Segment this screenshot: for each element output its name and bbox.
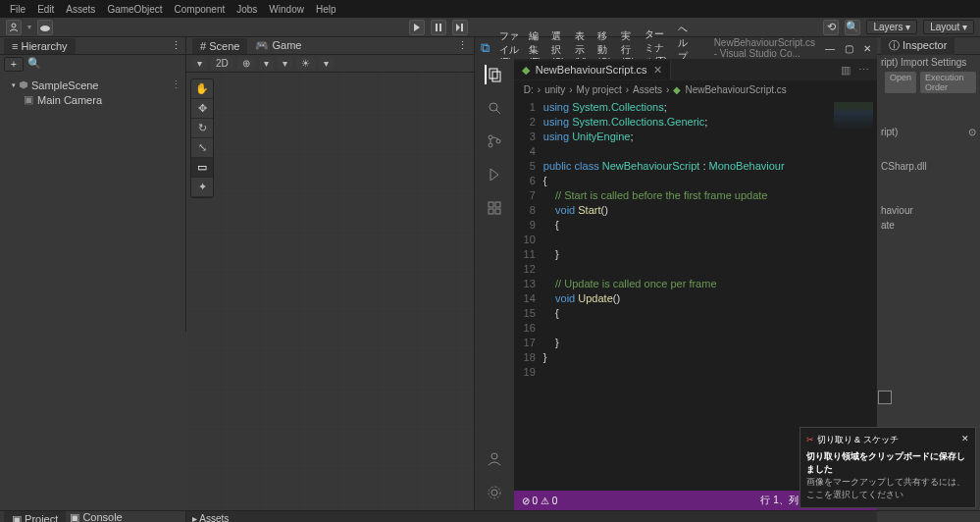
scale-tool[interactable]: ⤡ [191, 138, 213, 158]
menu-file[interactable]: File [4, 4, 31, 15]
snip-icon: ✂ [806, 435, 814, 444]
scene-tools: ✋ ✥ ↻ ⤡ ▭ ✦ [190, 78, 214, 198]
toast-close-icon[interactable]: ✕ [961, 434, 969, 446]
scene-fx-dropdown[interactable]: ▾ [278, 57, 292, 70]
project-tab[interactable]: ▣ Project [4, 511, 66, 522]
settings-gear-icon[interactable] [485, 483, 504, 502]
vscode-logo-icon: ⧉ [481, 40, 490, 56]
menu-component[interactable]: Component [169, 4, 232, 15]
layers-dropdown[interactable]: Layers ▾ [866, 20, 917, 34]
play-button[interactable] [409, 20, 425, 35]
open-button[interactable]: Open [885, 72, 916, 93]
svg-rect-14 [489, 209, 493, 214]
rotate-tool[interactable]: ↻ [191, 119, 213, 138]
unity-toolbar: ▾ ⟲ 🔍 Layers ▾ Layout ▾ [0, 18, 980, 37]
svg-rect-12 [489, 202, 493, 207]
scene-2d-toggle[interactable]: 2D [211, 57, 233, 70]
vs-minimize-button[interactable]: — [825, 43, 835, 54]
class-row: haviour [877, 203, 980, 218]
svg-point-18 [489, 487, 500, 498]
svg-rect-6 [492, 72, 500, 81]
snip-preview-icon [878, 391, 892, 404]
menu-gameobject[interactable]: GameObject [101, 4, 168, 15]
search-activity-icon[interactable] [485, 98, 504, 118]
scene-camera-dropdown[interactable]: ▾ [319, 57, 334, 70]
extensions-icon[interactable] [485, 198, 504, 218]
scene-tab[interactable]: # Scene [192, 38, 247, 54]
dropdown-caret-icon: ▾ [27, 23, 31, 31]
menu-assets[interactable]: Assets [60, 4, 101, 15]
vs-maximize-button[interactable]: ▢ [845, 43, 853, 54]
accounts-icon[interactable] [485, 449, 504, 469]
console-tab[interactable]: ▣ Console [70, 511, 122, 522]
svg-point-16 [491, 453, 497, 459]
svg-rect-4 [461, 24, 463, 31]
menu-jobs[interactable]: Jobs [231, 4, 263, 15]
scene-icon [20, 81, 27, 89]
minimap[interactable] [834, 102, 873, 130]
split-editor-icon[interactable]: ▥ [841, 64, 851, 77]
menu-window[interactable]: Window [263, 4, 310, 15]
scene-viewport[interactable] [186, 73, 474, 510]
svg-point-11 [496, 139, 500, 143]
account-icon[interactable] [6, 20, 22, 35]
hierarchy-options-icon[interactable]: ⋮ [171, 39, 181, 52]
svg-point-9 [489, 135, 492, 139]
csharp-file-icon: ◆ [522, 64, 530, 77]
svg-rect-3 [439, 24, 441, 31]
explorer-icon[interactable] [485, 65, 504, 84]
search-icon[interactable]: 🔍 [845, 20, 860, 35]
scene-audio-toggle[interactable]: ▾ [259, 57, 274, 70]
toast-message-1: 切り取り領域をクリップボードに保存しました [806, 450, 969, 476]
move-tool[interactable]: ✥ [191, 99, 213, 119]
svg-rect-13 [495, 202, 500, 207]
editor-more-icon[interactable]: ⋯ [858, 64, 869, 77]
debug-icon[interactable] [485, 165, 504, 184]
tab-close-icon[interactable]: ✕ [653, 64, 662, 77]
menu-help[interactable]: Help [310, 4, 342, 15]
hierarchy-tab[interactable]: ≡ Hierarchy [4, 38, 76, 54]
svg-point-7 [490, 103, 497, 111]
import-settings-row: ript) Import Settings [877, 55, 980, 70]
scene-lighting-toggle[interactable]: ⊕ [237, 57, 255, 70]
breadcrumb[interactable]: D:› unity› My project› Assets› ◆NewBehav… [514, 80, 877, 98]
scene-tab-options-icon[interactable]: ⋮ [457, 39, 468, 52]
script-field: ript)⊙ [877, 125, 980, 139]
rect-tool[interactable]: ▭ [191, 158, 213, 178]
notification-toast[interactable]: ✂ 切り取り & スケッチ ✕ 切り取り領域をクリップボードに保存しました 画像… [799, 427, 976, 508]
menu-edit[interactable]: Edit [31, 4, 60, 15]
hand-tool[interactable]: ✋ [191, 79, 213, 99]
hierarchy-add-button[interactable]: + [4, 57, 24, 72]
cloud-icon[interactable] [37, 20, 53, 35]
step-button[interactable] [452, 20, 468, 35]
svg-point-10 [489, 143, 492, 147]
gameobject-row[interactable]: ▣Main Camera [4, 92, 181, 107]
game-tab[interactable]: 🎮 Game [255, 39, 301, 52]
layout-dropdown[interactable]: Layout ▾ [923, 20, 974, 34]
status-problems[interactable]: ⊘ 0 ⚠ 0 [522, 496, 557, 506]
line-gutter: 12345678910111213141516171819 [514, 98, 543, 491]
scene-gizmos-toggle[interactable]: ☀ [296, 57, 315, 70]
pause-button[interactable] [431, 20, 446, 35]
execution-order-button[interactable]: Execution Order [920, 72, 976, 93]
svg-point-0 [12, 24, 16, 27]
editor-tab[interactable]: ◆ NewBehaviourScript.cs ✕ [514, 61, 671, 79]
svg-rect-5 [490, 69, 497, 78]
vs-close-button[interactable]: ✕ [863, 43, 871, 54]
inspector-tab[interactable]: ⓘ Inspector [881, 36, 954, 55]
vscode-activity-bar [475, 59, 514, 510]
svg-rect-15 [495, 209, 500, 214]
scene-shading-dropdown[interactable]: ▾ [192, 57, 207, 70]
scene-row[interactable]: ▾SampleScene⋮ [4, 78, 181, 92]
transform-tool[interactable]: ✦ [191, 178, 213, 197]
editor-tab-label: NewBehaviourScript.cs [536, 64, 647, 76]
project-breadcrumb[interactable]: ▸ Assets [186, 511, 877, 522]
svg-point-1 [40, 26, 50, 31]
undo-history-icon[interactable]: ⟲ [823, 20, 839, 35]
source-control-icon[interactable] [485, 131, 504, 151]
svg-line-8 [496, 110, 500, 114]
vscode-menubar: ⧉ ファイル(F) 編集(E) 選択(S) 表示(V) 移動(G) 実行(R) … [475, 37, 877, 59]
method-row: ate [877, 218, 980, 233]
hierarchy-search-icon[interactable]: 🔍 [27, 57, 41, 72]
svg-rect-2 [436, 24, 438, 31]
